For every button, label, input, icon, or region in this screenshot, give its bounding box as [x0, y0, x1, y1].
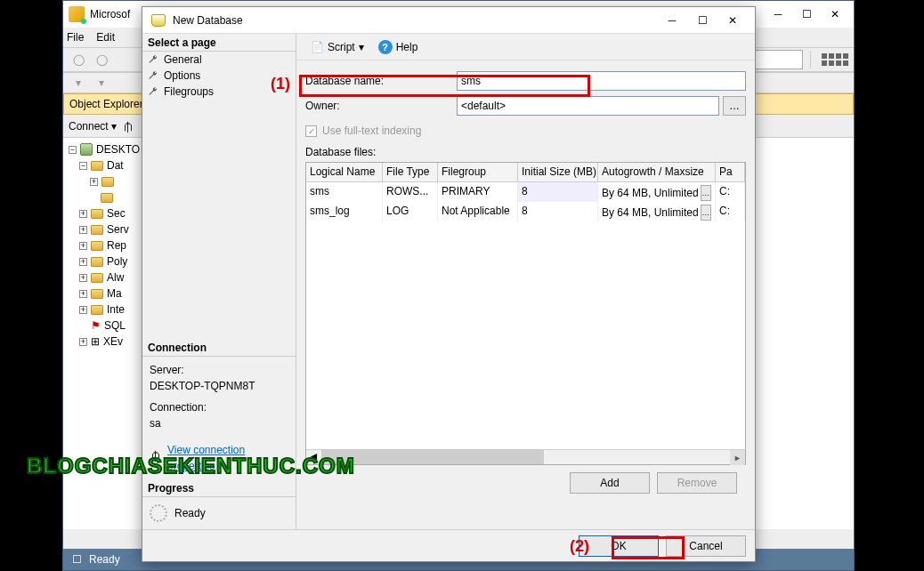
cell-auto[interactable]: By 64 MB, Unlimited… [598, 202, 716, 221]
owner-label: Owner: [305, 100, 457, 112]
expand-icon[interactable]: + [79, 290, 87, 298]
ok-button[interactable]: OK [579, 535, 659, 557]
col-logical-name[interactable]: Logical Name [306, 163, 383, 181]
maximize-button[interactable]: ☐ [793, 4, 820, 24]
col-filegroup[interactable]: Filegroup [438, 163, 518, 181]
nav-back-icon[interactable]: ◯ [69, 50, 88, 69]
database-files-grid[interactable]: Logical Name File Type Filegroup Initial… [305, 162, 746, 465]
xevent-icon: ⊞ [91, 335, 100, 348]
expand-icon[interactable]: + [79, 258, 87, 266]
dbname-label: Database name: [305, 75, 457, 87]
cell-auto[interactable]: By 64 MB, Unlimited… [598, 182, 716, 202]
help-button[interactable]: ? Help [378, 40, 418, 54]
database-icon [151, 14, 166, 27]
tree-management[interactable]: Ma [107, 287, 122, 300]
connect-tool-icon[interactable]: ⫛ [122, 119, 134, 133]
add-button[interactable]: Add [570, 472, 650, 494]
database-files-label: Database files: [305, 146, 746, 158]
cell-name[interactable]: sms [306, 182, 383, 202]
help-label: Help [396, 41, 418, 53]
grid-row[interactable]: sms_log LOG Not Applicable 8 By 64 MB, U… [306, 202, 745, 221]
owner-input[interactable] [457, 96, 719, 116]
close-button[interactable]: ✕ [822, 4, 848, 24]
minimize-button[interactable]: ─ [765, 4, 791, 24]
page-options-label: Options [164, 69, 200, 82]
tree-serverobj[interactable]: Serv [107, 223, 129, 236]
expand-icon[interactable]: + [79, 274, 87, 282]
collapse-icon[interactable]: − [69, 146, 77, 154]
tool-icon-2[interactable]: ▾ [92, 73, 111, 92]
folder-icon [91, 225, 103, 235]
horizontal-scrollbar[interactable]: ◄ ► [306, 449, 745, 464]
expand-icon[interactable]: + [90, 178, 98, 186]
server-label: Server: [150, 362, 288, 378]
nav-fwd-icon[interactable]: ◯ [92, 50, 111, 69]
folder-icon [91, 161, 103, 171]
page-filegroups-label: Filegroups [164, 85, 214, 98]
col-autogrowth[interactable]: Autogrowth / Maxsize [598, 163, 716, 181]
tree-integration[interactable]: Inte [107, 303, 125, 316]
col-file-type[interactable]: File Type [383, 163, 438, 181]
col-path[interactable]: Pa [716, 163, 745, 181]
progress-spinner-icon [150, 504, 167, 522]
folder-icon [101, 177, 114, 187]
tool-icon[interactable]: ▾ [69, 73, 88, 92]
grid-row[interactable]: sms ROWS... PRIMARY 8 By 64 MB, Unlimite… [306, 182, 745, 202]
collapse-icon[interactable]: − [79, 162, 87, 170]
cell-name[interactable]: sms_log [306, 202, 383, 221]
dialog-maximize-button[interactable]: ☐ [689, 11, 716, 30]
menu-file[interactable]: File [67, 31, 84, 44]
page-general[interactable]: General [142, 52, 296, 68]
tree-sqlagent[interactable]: SQL [104, 319, 126, 332]
layout-grid-icon[interactable] [822, 53, 848, 66]
expand-icon[interactable]: + [79, 338, 87, 346]
script-icon: 📄 [311, 41, 324, 53]
tree-security[interactable]: Sec [107, 207, 126, 220]
owner-browse-button[interactable]: … [723, 96, 746, 116]
expand-icon[interactable]: + [79, 242, 87, 250]
toolbar-separator [810, 51, 811, 68]
cell-type[interactable]: ROWS... [383, 182, 438, 202]
dialog-minimize-button[interactable]: ─ [659, 11, 685, 30]
expand-icon[interactable]: + [79, 210, 87, 218]
tree-server[interactable]: DESKTO [96, 143, 140, 156]
col-initial-size[interactable]: Initial Size (MB) [518, 163, 598, 181]
menu-edit[interactable]: Edit [96, 31, 115, 44]
folder-icon [91, 257, 103, 267]
chevron-down-icon: ▾ [359, 41, 364, 53]
tree-always[interactable]: Alw [107, 271, 124, 284]
cancel-button[interactable]: Cancel [666, 535, 746, 557]
connect-button[interactable]: Connect ▾ [69, 120, 117, 133]
server-icon [80, 143, 93, 156]
dialog-close-button[interactable]: ✕ [719, 11, 746, 30]
ssms-title: Microsof [90, 8, 130, 20]
statusbar-ready-icon: ☐ [72, 553, 82, 566]
scroll-right-arrow[interactable]: ► [730, 450, 745, 465]
cell-path[interactable]: C: [716, 202, 745, 221]
script-button[interactable]: 📄 Script ▾ [305, 39, 369, 55]
wrench-icon [148, 86, 158, 97]
expand-icon[interactable]: + [79, 306, 87, 314]
grid-header: Logical Name File Type Filegroup Initial… [306, 163, 745, 182]
cell-size[interactable]: 8 [518, 182, 598, 202]
fulltext-label: Use full-text indexing [322, 125, 421, 137]
cell-fg[interactable]: PRIMARY [438, 182, 518, 202]
tree-databases[interactable]: Dat [107, 159, 124, 172]
cell-fg[interactable]: Not Applicable [438, 202, 518, 221]
autogrowth-button[interactable]: … [701, 205, 711, 221]
autogrowth-button[interactable]: … [701, 185, 711, 201]
cell-size[interactable]: 8 [518, 202, 598, 221]
cell-type[interactable]: LOG [383, 202, 438, 221]
tree-replication[interactable]: Rep [107, 239, 126, 252]
cell-auto-text: By 64 MB, Unlimited [602, 187, 699, 199]
cell-path[interactable]: C: [716, 182, 745, 202]
expand-icon[interactable]: + [79, 226, 87, 234]
tree-poly[interactable]: Poly [107, 255, 127, 268]
tree-xevent[interactable]: XEv [103, 335, 123, 348]
connection-header: Connection [142, 339, 296, 357]
dbname-input[interactable] [457, 71, 746, 91]
wrench-icon [148, 70, 158, 81]
select-page-header: Select a page [142, 34, 296, 52]
wrench-icon [148, 54, 158, 65]
progress-section: Ready [142, 497, 296, 529]
